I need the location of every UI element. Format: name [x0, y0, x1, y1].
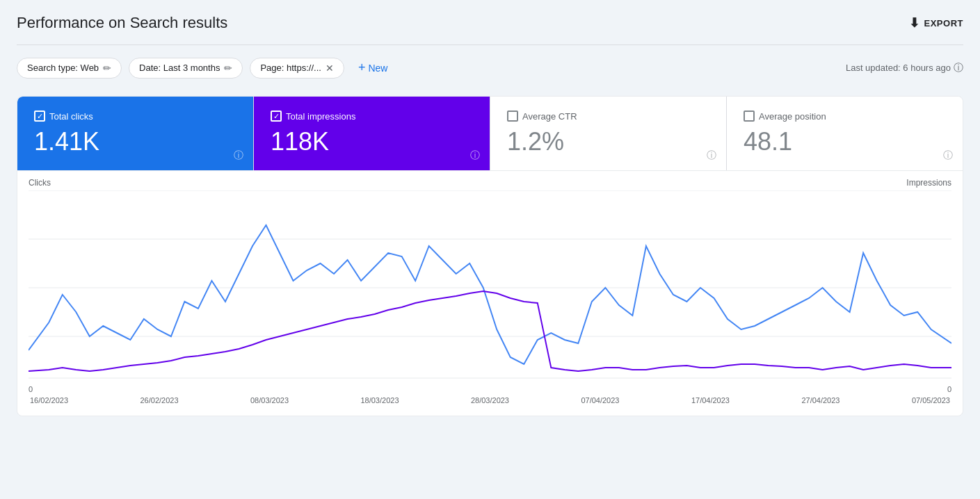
- zero-label-left: 0: [29, 385, 33, 393]
- page-filter[interactable]: Page: https://... ✕: [250, 58, 344, 79]
- position-help-icon[interactable]: ⓘ: [943, 149, 953, 162]
- metric-total-clicks[interactable]: Total clicks 1.41K ⓘ: [17, 97, 254, 170]
- chart-svg: [29, 190, 951, 385]
- clicks-checkbox[interactable]: [34, 111, 45, 122]
- chart-y-label-right: Impressions: [906, 178, 951, 188]
- last-updated-text: Last updated: 6 hours ago: [846, 63, 951, 73]
- metric-clicks-header: Total clicks: [34, 111, 236, 122]
- x-label-3: 18/03/2023: [360, 396, 399, 404]
- metric-average-ctr[interactable]: Average CTR 1.2% ⓘ: [490, 97, 727, 170]
- ctr-label: Average CTR: [522, 111, 577, 122]
- impressions-checkbox[interactable]: [271, 111, 282, 122]
- date-edit-icon[interactable]: ✏: [224, 63, 232, 74]
- chart-section: Clicks Impressions 0: [17, 170, 963, 416]
- plus-icon: +: [358, 60, 366, 75]
- chart-y-label-left: Clicks: [29, 178, 51, 188]
- x-label-0: 16/02/2023: [30, 396, 68, 404]
- page-label: Page: https://...: [260, 63, 321, 73]
- x-label-7: 27/04/2023: [801, 396, 840, 404]
- x-label-2: 08/03/2023: [250, 396, 289, 404]
- chart-area: [29, 190, 951, 385]
- search-type-label: Search type: Web: [27, 63, 99, 73]
- metrics-row: Total clicks 1.41K ⓘ Total impressions 1…: [17, 97, 963, 170]
- ctr-help-icon[interactable]: ⓘ: [707, 149, 716, 162]
- header-row: Performance on Search results ⬇ EXPORT: [17, 14, 963, 32]
- metric-total-impressions[interactable]: Total impressions 118K ⓘ: [254, 97, 490, 170]
- position-value: 48.1: [744, 127, 946, 156]
- last-updated-help-icon[interactable]: ⓘ: [954, 62, 963, 74]
- last-updated: Last updated: 6 hours ago ⓘ: [846, 62, 963, 74]
- page-title: Performance on Search results: [17, 14, 227, 32]
- new-label: New: [368, 63, 387, 74]
- impressions-value: 118K: [271, 127, 473, 156]
- x-label-4: 28/03/2023: [471, 396, 509, 404]
- impressions-help-icon[interactable]: ⓘ: [470, 149, 480, 162]
- x-label-5: 07/04/2023: [581, 396, 619, 404]
- date-label: Date: Last 3 months: [139, 63, 220, 73]
- x-label-8: 07/05/2023: [912, 396, 950, 404]
- chart-y-labels: Clicks Impressions: [29, 178, 951, 188]
- metric-position-header: Average position: [744, 111, 946, 122]
- metric-average-position[interactable]: Average position 48.1 ⓘ: [727, 97, 963, 170]
- date-filter[interactable]: Date: Last 3 months ✏: [129, 58, 243, 79]
- x-axis-labels: 16/02/2023 26/02/2023 08/03/2023 18/03/2…: [29, 396, 951, 404]
- new-button[interactable]: + New: [351, 56, 395, 79]
- filters-row: Search type: Web ✏ Date: Last 3 months ✏…: [17, 56, 963, 79]
- zero-label-right: 0: [947, 385, 951, 393]
- export-button[interactable]: ⬇ EXPORT: [909, 15, 963, 31]
- clicks-value: 1.41K: [34, 127, 236, 156]
- x-label-6: 17/04/2023: [691, 396, 730, 404]
- page-container: Performance on Search results ⬇ EXPORT S…: [0, 0, 980, 499]
- metric-impressions-header: Total impressions: [271, 111, 473, 122]
- search-type-filter[interactable]: Search type: Web ✏: [17, 58, 122, 79]
- search-type-edit-icon[interactable]: ✏: [103, 63, 111, 74]
- impressions-label: Total impressions: [286, 111, 355, 122]
- metrics-and-chart: Total clicks 1.41K ⓘ Total impressions 1…: [17, 96, 963, 416]
- position-checkbox[interactable]: [744, 111, 755, 122]
- clicks-label: Total clicks: [49, 111, 93, 122]
- metric-ctr-header: Average CTR: [507, 111, 709, 122]
- ctr-checkbox[interactable]: [507, 111, 518, 122]
- chart-bottom-row: 0 0: [29, 385, 951, 393]
- export-label: EXPORT: [924, 18, 963, 28]
- page-close-icon[interactable]: ✕: [326, 63, 334, 74]
- export-icon: ⬇: [909, 15, 920, 31]
- ctr-value: 1.2%: [507, 127, 709, 156]
- clicks-help-icon[interactable]: ⓘ: [234, 149, 243, 162]
- position-label: Average position: [759, 111, 826, 122]
- header-divider: [17, 44, 963, 45]
- x-label-1: 26/02/2023: [140, 396, 178, 404]
